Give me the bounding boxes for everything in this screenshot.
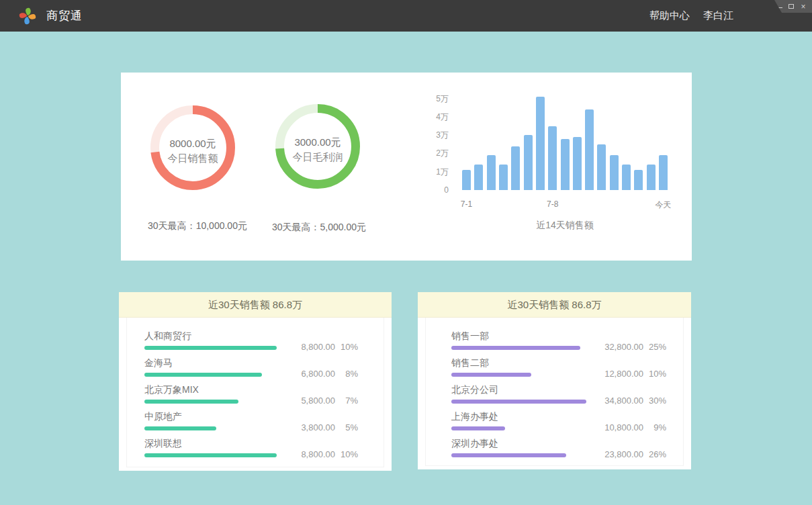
x-tick-label: 7-8 (547, 199, 558, 209)
row-label: 深圳联想 (144, 438, 276, 449)
row-bar (144, 346, 277, 350)
today-profit-caption: 今日毛利润 (275, 150, 360, 165)
list-item: 人和商贸行 8,800.00 10% (144, 330, 358, 350)
row-value: 10,800.00 (584, 422, 643, 432)
chart-bar (634, 170, 643, 190)
department-list: 销售一部 32,800.00 25% 销售二部 12,800.00 10% (418, 318, 691, 457)
chart-bar (610, 155, 619, 190)
row-value: 5,800.00 (276, 396, 335, 406)
row-value: 12,800.00 (584, 369, 643, 379)
y-tick-label: 3万 (436, 130, 449, 140)
row-label: 深圳办事处 (451, 438, 584, 449)
list-item: 深圳办事处 23,800.00 26% (451, 438, 666, 457)
username[interactable]: 李白江 (703, 9, 733, 22)
maximize-button[interactable] (788, 3, 795, 10)
donut-center-text: 3000.00元 今日毛利润 (275, 135, 360, 165)
row-bar (451, 373, 531, 377)
help-center-link[interactable]: 帮助中心 (649, 9, 690, 22)
chart-bar (597, 144, 606, 190)
row-bar (144, 400, 238, 404)
chart-bar (536, 97, 545, 190)
chart-y-axis: 01万2万3万4万5万 (437, 89, 449, 190)
row-value: 6,800.00 (276, 369, 335, 379)
window-controls: × (774, 0, 812, 13)
chart-bar (573, 137, 582, 190)
chart-bar (511, 146, 520, 190)
list-item: 金海马 6,800.00 8% (144, 357, 358, 377)
row-value: 3,800.00 (276, 422, 335, 432)
list-item: 销售一部 32,800.00 25% (451, 330, 666, 350)
list-item: 上海办事处 10,800.00 9% (451, 411, 666, 430)
chart-title: 近14天销售额 (462, 220, 668, 232)
row-value: 8,800.00 (276, 449, 335, 459)
titlebar-right: 帮助中心 李白江 (649, 0, 733, 32)
row-percent: 9% (643, 422, 666, 432)
row-label: 北京分公司 (451, 384, 584, 396)
list-item: 销售二部 12,800.00 10% (451, 357, 666, 377)
row-percent: 26% (643, 449, 666, 459)
row-label: 中原地产 (144, 411, 276, 422)
row-percent: 8% (335, 369, 358, 379)
minimize-icon (776, 7, 782, 8)
today-sales-value: 8000.00元 (150, 136, 235, 151)
today-sales-donut: 8000.00元 今日销售额 (150, 105, 235, 190)
row-bar (144, 453, 277, 457)
chart-bar (474, 165, 483, 190)
row-percent: 25% (643, 342, 666, 352)
row-percent: 10% (643, 369, 666, 379)
department-card-title: 近30天销售额 86.8万 (418, 292, 691, 318)
row-bar (451, 400, 586, 404)
y-tick-label: 0 (444, 185, 449, 195)
y-tick-label: 4万 (436, 112, 449, 122)
chart-bar (622, 165, 631, 190)
row-value: 8,800.00 (276, 342, 335, 352)
titlebar: 商贸通 帮助中心 李白江 × (0, 0, 812, 32)
y-tick-label: 1万 (436, 167, 449, 177)
list-item: 北京万象MIX 5,800.00 7% (144, 384, 358, 404)
list-item: 深圳联想 8,800.00 10% (144, 438, 358, 457)
chart-bar (561, 139, 570, 190)
row-bar (451, 453, 566, 457)
row-value: 32,800.00 (584, 342, 643, 352)
customer-list: 人和商贸行 8,800.00 10% 金海马 6,800.00 8% (119, 318, 392, 457)
chart-bar (499, 165, 508, 190)
summary-card: 8000.00元 今日销售额 30天最高：10,000.00元 3000.00元… (121, 73, 692, 261)
row-value: 23,800.00 (584, 449, 643, 459)
chart-bar (647, 165, 656, 190)
row-value: 34,800.00 (584, 396, 643, 406)
app-logo-icon (19, 7, 36, 25)
row-percent: 5% (335, 422, 358, 432)
chart-plot (462, 89, 668, 190)
y-tick-label: 5万 (436, 94, 449, 103)
department-sales-card: 近30天销售额 86.8万 销售一部 32,800.00 25% 销售二部 12… (418, 292, 691, 469)
row-percent: 30% (643, 396, 666, 406)
list-item: 北京分公司 34,800.00 30% (451, 384, 666, 404)
app-title: 商贸通 (46, 8, 83, 24)
today-profit-value: 3000.00元 (275, 135, 360, 150)
chart-bar (585, 109, 594, 190)
row-bar (451, 426, 505, 430)
chart-bar (659, 155, 668, 190)
row-label: 销售二部 (451, 357, 584, 369)
customer-sales-card: 近30天销售额 86.8万 人和商贸行 8,800.00 10% 金海马 6,8… (119, 292, 392, 471)
row-bar (144, 373, 262, 377)
row-label: 北京万象MIX (144, 384, 276, 396)
y-tick-label: 2万 (436, 148, 449, 158)
chart-bar (462, 170, 471, 190)
maximize-icon (788, 4, 794, 9)
today-profit-donut: 3000.00元 今日毛利润 (275, 104, 360, 189)
sales-14d-chart: 01万2万3万4万5万 7-17-8今天 近14天销售额 (437, 89, 678, 244)
row-label: 上海办事处 (451, 411, 584, 422)
row-percent: 10% (335, 342, 358, 352)
customer-card-title: 近30天销售额 86.8万 (119, 292, 392, 318)
minimize-button[interactable] (776, 3, 782, 10)
row-bar (451, 346, 580, 350)
close-button[interactable]: × (800, 3, 807, 10)
row-label: 人和商贸行 (144, 330, 276, 342)
row-label: 销售一部 (451, 330, 584, 342)
donut-center-text: 8000.00元 今日销售额 (150, 136, 235, 166)
chart-bar (487, 155, 496, 190)
row-bar (144, 426, 216, 430)
chart-bar (524, 135, 533, 190)
row-percent: 10% (335, 449, 358, 459)
